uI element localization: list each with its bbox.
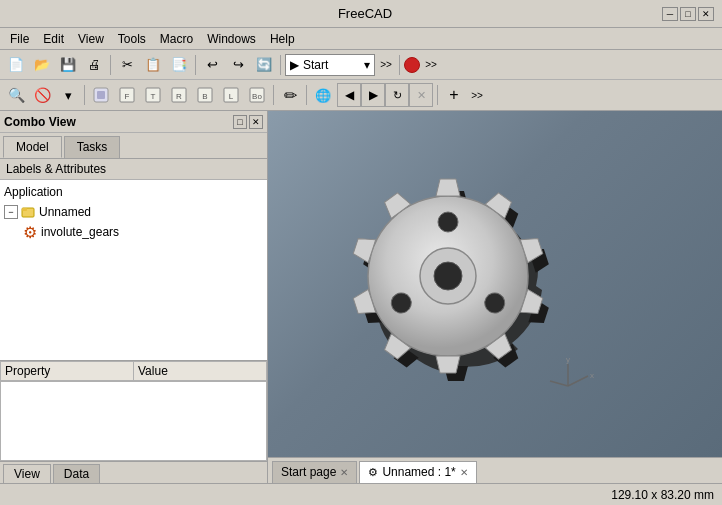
front-view-button[interactable]: F [115, 83, 139, 107]
menu-help[interactable]: Help [264, 31, 301, 47]
start-page-label: Start page [281, 465, 336, 479]
nav-refresh-button[interactable]: ↻ [385, 83, 409, 107]
main-area: Combo View □ ✕ Model Tasks Labels & Attr… [0, 111, 722, 483]
tab-model[interactable]: Model [3, 136, 62, 158]
viewport[interactable]: x y [268, 111, 722, 457]
workbench-dropdown[interactable]: ▶ Start ▾ [285, 54, 375, 76]
view-sep-3 [306, 85, 307, 105]
window-controls: ─ □ ✕ [662, 7, 714, 21]
property-panel: Property Value [0, 360, 267, 461]
view-data-tabs: View Data [0, 461, 267, 483]
copy-button[interactable]: 📋 [141, 53, 165, 77]
svg-line-24 [550, 381, 568, 386]
svg-text:L: L [229, 92, 234, 101]
tree-gear[interactable]: ⚙ involute_gears [2, 222, 265, 242]
home-view-button[interactable] [89, 83, 113, 107]
left-panel: Combo View □ ✕ Model Tasks Labels & Attr… [0, 111, 268, 483]
globe-button[interactable]: 🌐 [311, 83, 335, 107]
cut-button[interactable]: ✂ [115, 53, 139, 77]
menu-tools[interactable]: Tools [112, 31, 152, 47]
menu-windows[interactable]: Windows [201, 31, 262, 47]
toolbar-separator-4 [399, 55, 400, 75]
svg-text:T: T [151, 92, 156, 101]
gear-viewport-svg: x y [298, 121, 598, 421]
unnamed-tab[interactable]: ⚙ Unnamed : 1* ✕ [359, 461, 476, 483]
window-title: FreeCAD [68, 6, 662, 21]
no-entry-button[interactable]: 🚫 [30, 83, 54, 107]
toolbar-separator [110, 55, 111, 75]
toolbar-separator-3 [280, 55, 281, 75]
left-view-button[interactable]: L [219, 83, 243, 107]
gear-tree-icon: ⚙ [22, 224, 38, 240]
property-table: Property Value [0, 361, 267, 381]
menu-view[interactable]: View [72, 31, 110, 47]
labels-attributes-header: Labels & Attributes [0, 159, 267, 180]
nav-back-button[interactable]: ◀ [337, 83, 361, 107]
property-col-header: Property [1, 362, 134, 381]
view-sep-4 [437, 85, 438, 105]
right-view-button[interactable]: R [167, 83, 191, 107]
unnamed-tab-icon: ⚙ [368, 466, 378, 479]
maximize-button[interactable]: □ [680, 7, 696, 21]
model-tasks-tabs: Model Tasks [0, 133, 267, 159]
zoom-fit-button[interactable]: 🔍 [4, 83, 28, 107]
tab-tasks[interactable]: Tasks [64, 136, 121, 158]
combo-close-button[interactable]: ✕ [249, 115, 263, 129]
svg-text:x: x [590, 371, 594, 380]
redo-button[interactable]: ↪ [226, 53, 250, 77]
bottom-view-button[interactable]: Bo [245, 83, 269, 107]
nav-forward-button[interactable]: ▶ [361, 83, 385, 107]
gear-label: involute_gears [41, 225, 119, 239]
nav-stop-button[interactable]: ✕ [409, 83, 433, 107]
svg-text:F: F [125, 92, 130, 101]
toolbar-expand-2[interactable]: >> [422, 53, 440, 77]
top-view-button[interactable]: T [141, 83, 165, 107]
svg-text:y: y [566, 355, 570, 364]
record-button[interactable] [404, 57, 420, 73]
title-bar: FreeCAD ─ □ ✕ [0, 0, 722, 28]
refresh-button[interactable]: 🔄 [252, 53, 276, 77]
dropdown-arrow-button[interactable]: ▾ [56, 83, 80, 107]
combo-view-header: Combo View □ ✕ [0, 111, 267, 133]
print-button[interactable]: 🖨 [82, 53, 106, 77]
main-toolbar: 📄 📂 💾 🖨 ✂ 📋 📑 ↩ ↪ 🔄 ▶ Start ▾ >> >> [0, 50, 722, 80]
tree-area: Application − Unnamed ⚙ involute_gears [0, 180, 267, 360]
toolbar-separator-2 [195, 55, 196, 75]
view-sep [84, 85, 85, 105]
menu-file[interactable]: File [4, 31, 35, 47]
unnamed-expand[interactable]: − [4, 205, 18, 219]
svg-rect-15 [22, 208, 27, 211]
menu-macro[interactable]: Macro [154, 31, 199, 47]
svg-text:Bo: Bo [252, 92, 262, 101]
tree-unnamed[interactable]: − Unnamed [2, 202, 265, 222]
save-button[interactable]: 💾 [56, 53, 80, 77]
toolbar-expand-1[interactable]: >> [377, 53, 395, 77]
tab-view[interactable]: View [3, 464, 51, 483]
measure-button[interactable]: ✏ [278, 83, 302, 107]
unnamed-tab-close[interactable]: ✕ [460, 467, 468, 478]
view-sep-2 [273, 85, 274, 105]
tab-data[interactable]: Data [53, 464, 100, 483]
close-button[interactable]: ✕ [698, 7, 714, 21]
open-file-button[interactable]: 📂 [30, 53, 54, 77]
minimize-button[interactable]: ─ [662, 7, 678, 21]
right-panel: x y Start page ✕ ⚙ Unnamed : 1* ✕ [268, 111, 722, 483]
add-button[interactable]: + [442, 83, 466, 107]
status-bar: 129.10 x 83.20 mm [0, 483, 722, 505]
coord-axes: x y [550, 355, 594, 386]
menu-edit[interactable]: Edit [37, 31, 70, 47]
undo-button[interactable]: ↩ [200, 53, 224, 77]
svg-point-19 [438, 212, 458, 232]
dimensions-text: 129.10 x 83.20 mm [611, 488, 714, 502]
start-page-close[interactable]: ✕ [340, 467, 348, 478]
toolbar-expand-3[interactable]: >> [468, 83, 486, 107]
unnamed-icon [20, 204, 36, 220]
new-file-button[interactable]: 📄 [4, 53, 28, 77]
paste-button[interactable]: 📑 [167, 53, 191, 77]
combo-restore-button[interactable]: □ [233, 115, 247, 129]
start-page-tab[interactable]: Start page ✕ [272, 461, 357, 483]
unnamed-label: Unnamed [39, 205, 91, 219]
property-body [0, 381, 267, 461]
combo-view-controls: □ ✕ [233, 115, 263, 129]
rear-view-button[interactable]: B [193, 83, 217, 107]
